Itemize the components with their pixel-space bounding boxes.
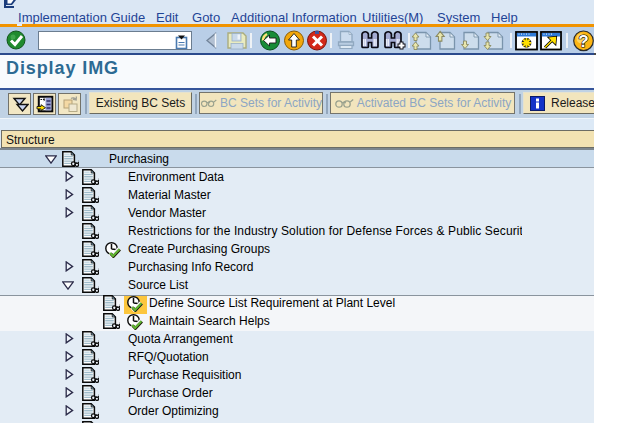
svg-text:?: ? (578, 32, 588, 51)
